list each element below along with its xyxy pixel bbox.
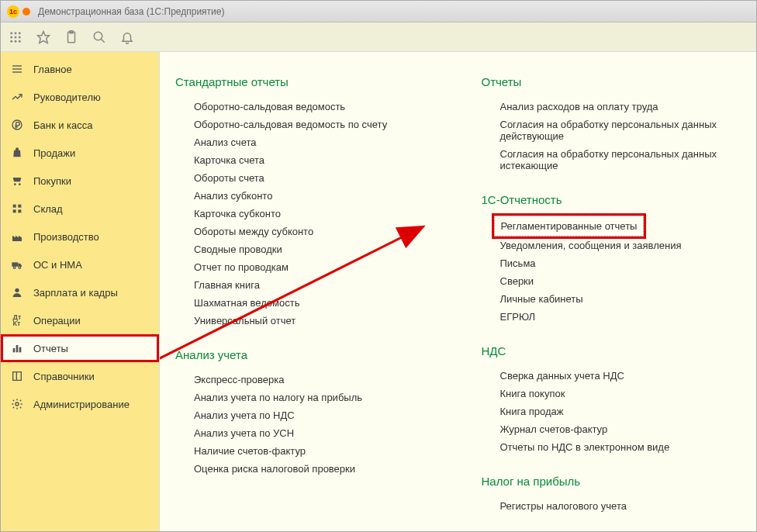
svg-point-2 — [19, 32, 21, 34]
section-link[interactable]: Сводные проводки — [175, 240, 435, 258]
sidebar-item-bag[interactable]: Продажи — [1, 139, 159, 167]
svg-rect-20 — [13, 205, 16, 208]
svg-point-6 — [10, 40, 12, 42]
sidebar-item-menu[interactable]: Главное — [1, 55, 159, 83]
section-link[interactable]: Карточка субконто — [175, 205, 435, 223]
svg-point-3 — [10, 36, 12, 38]
truck-icon — [10, 257, 24, 271]
section-link[interactable]: Сверки — [482, 272, 741, 290]
svg-rect-15 — [12, 68, 22, 69]
section-link[interactable]: Оборотно-сальдовая ведомость по счету — [175, 116, 435, 133]
sidebar-item-person[interactable]: Зарплата и кадры — [1, 278, 159, 306]
section-link[interactable]: Обороты между субконто — [175, 223, 435, 240]
section-link[interactable]: Письма — [482, 254, 741, 272]
section-link[interactable]: Уведомления, сообщения и заявления — [482, 237, 741, 254]
sidebar: ГлавноеРуководителюБанк и кассаПродажиПо… — [1, 52, 160, 531]
svg-point-0 — [10, 32, 12, 34]
sidebar-item-label: Отчеты — [33, 343, 68, 354]
cart-icon — [10, 174, 24, 188]
app-window: 1c Демонстрационная база (1С:Предприятие… — [0, 0, 757, 532]
svg-rect-16 — [12, 71, 22, 72]
sidebar-item-label: Продажи — [33, 147, 75, 159]
svg-rect-23 — [18, 209, 21, 212]
search-icon[interactable] — [92, 30, 106, 44]
sidebar-item-cart[interactable]: Покупки — [1, 167, 159, 195]
section-link[interactable]: Книга продаж — [482, 402, 741, 420]
sidebar-item-ruble[interactable]: Банк и касса — [1, 111, 159, 139]
sidebar-item-label: Производство — [33, 231, 99, 243]
star-icon[interactable] — [36, 30, 50, 44]
section-link[interactable]: Личные кабинеты — [482, 290, 741, 308]
section-link[interactable]: Анализ учета по налогу на прибыль — [175, 389, 435, 406]
book-icon — [10, 369, 24, 383]
section-link[interactable]: Карточка счета — [175, 151, 435, 169]
section-link[interactable]: Анализ учета по УСН — [175, 424, 435, 442]
section-link[interactable]: Наличие счетов-фактур — [175, 442, 435, 460]
section-link[interactable]: Оборотно-сальдовая ведомость — [175, 98, 435, 116]
section-link[interactable]: Согласия на обработку персональных данны… — [482, 145, 741, 174]
chart-icon — [10, 341, 24, 355]
svg-point-18 — [14, 183, 16, 185]
section-link[interactable]: Анализ счета — [175, 133, 435, 151]
section-link[interactable]: Отчет по проводкам — [175, 258, 435, 276]
svg-rect-30 — [19, 347, 22, 353]
sidebar-item-book[interactable]: Справочники — [1, 362, 159, 390]
section-title: Стандартные отчеты — [175, 75, 435, 88]
svg-point-27 — [15, 288, 19, 292]
svg-rect-28 — [13, 348, 16, 352]
section-link[interactable]: Шахматная ведомость — [175, 294, 435, 312]
bag-icon — [10, 146, 24, 160]
svg-point-5 — [19, 36, 21, 38]
bell-icon[interactable] — [120, 30, 134, 44]
app-logo-icon: 1c — [7, 5, 19, 18]
sidebar-item-label: Администрирование — [33, 399, 130, 410]
section-link[interactable]: Книга покупок — [482, 385, 741, 402]
window-title: Демонстрационная база (1С:Предприятие) — [38, 6, 224, 17]
sidebar-item-label: Зарплата и кадры — [33, 287, 118, 299]
section-link[interactable]: Сверка данных учета НДС — [482, 367, 741, 385]
apps-icon[interactable] — [9, 30, 22, 44]
section-link[interactable]: Анализ субконто — [175, 187, 435, 205]
svg-rect-14 — [12, 65, 22, 66]
trend-icon — [10, 90, 24, 104]
sidebar-item-label: Руководителю — [33, 92, 101, 103]
section-title: Анализ учета — [175, 348, 435, 361]
svg-rect-24 — [12, 262, 18, 266]
section-link[interactable]: Согласия на обработку персональных данны… — [482, 116, 741, 145]
sidebar-item-chart[interactable]: Отчеты — [1, 334, 159, 362]
section-link[interactable]: Анализ учета по НДС — [175, 406, 435, 424]
svg-rect-21 — [18, 205, 21, 208]
sidebar-item-label: Справочники — [33, 371, 95, 382]
sidebar-item-factory[interactable]: Производство — [1, 223, 159, 250]
section-link[interactable]: Регламентированные отчеты — [494, 216, 645, 237]
clipboard-icon[interactable] — [64, 30, 78, 44]
section-link[interactable]: Главная книга — [175, 276, 435, 294]
sidebar-item-label: Банк и касса — [33, 119, 93, 131]
column-0: Стандартные отчетыОборотно-сальдовая вед… — [175, 75, 435, 516]
svg-marker-9 — [38, 31, 50, 43]
sidebar-item-truck[interactable]: ОС и НМА — [1, 250, 159, 278]
app-status-icon — [22, 8, 30, 16]
factory-icon — [10, 230, 24, 244]
section-link[interactable]: Отчеты по НДС в электронном виде — [482, 438, 741, 456]
section: Налог на прибыльРегистры налогового учет… — [482, 475, 741, 515]
svg-point-7 — [15, 40, 17, 42]
sidebar-item-gear[interactable]: Администрирование — [1, 390, 159, 418]
section-link[interactable]: Регистры налогового учета — [482, 497, 741, 515]
sidebar-item-dk[interactable]: ДтКтОперации — [1, 306, 159, 334]
section-link[interactable]: Журнал счетов-фактур — [482, 420, 741, 438]
section-link[interactable]: Экспресс-проверка — [175, 371, 435, 389]
section: Стандартные отчетыОборотно-сальдовая вед… — [175, 75, 435, 330]
section-title: Налог на прибыль — [482, 475, 741, 488]
sidebar-item-trend[interactable]: Руководителю — [1, 83, 159, 111]
section-link[interactable]: ЕГРЮЛ — [482, 308, 741, 326]
sidebar-item-warehouse[interactable]: Склад — [1, 195, 159, 223]
section-link[interactable]: Обороты счета — [175, 169, 435, 187]
section: Анализ учетаЭкспресс-проверкаАнализ учет… — [175, 348, 435, 478]
svg-point-8 — [19, 40, 21, 42]
section-link[interactable]: Анализ расходов на оплату труда — [482, 98, 741, 116]
section-link[interactable]: Универсальный отчет — [175, 312, 435, 330]
section-link[interactable]: Оценка риска налоговой проверки — [175, 460, 435, 478]
svg-point-25 — [13, 267, 16, 269]
person-icon — [10, 285, 24, 299]
